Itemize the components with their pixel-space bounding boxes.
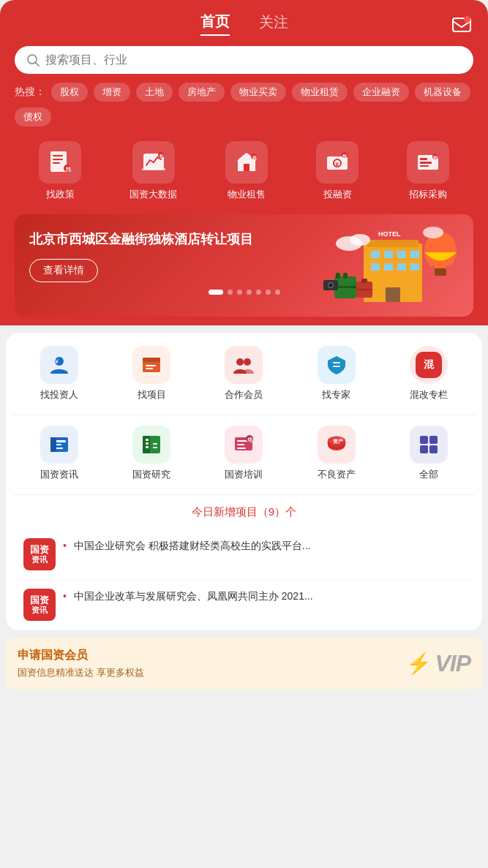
search-input[interactable] [45,53,462,67]
icon-rent[interactable]: 租 物业租售 [225,141,268,201]
icon-policy[interactable]: 找 找政策 [39,141,81,201]
news-item-1[interactable]: 国资 资讯 • 中国企业研究会 积极搭建财经类高校生的实践平台... [13,529,475,580]
search-icon [26,53,40,67]
func-icon-investor: ¥ [40,346,78,384]
svg-rect-62 [146,368,153,369]
vip-right: ⚡ VIP [406,650,470,677]
func-label-all: 全部 [419,468,438,481]
tab-home[interactable]: 首页 [200,12,230,36]
icon-grid: 找 找政策 租 国资大数据 [15,141,473,201]
hot-tag-capital[interactable]: 增资 [94,83,130,102]
func-label-expert: 找专家 [322,388,350,401]
hot-tag-property-trade[interactable]: 物业买卖 [230,83,286,102]
svg-rect-61 [146,365,156,366]
svg-rect-39 [386,287,400,302]
icon-invest[interactable]: ¥ 投 投融资 [316,141,359,201]
app-container: 首页 关注 热搜： 股权 增资 土地 房地产 [0,0,488,868]
func-expert[interactable]: 找专家 [318,346,356,401]
func-all[interactable]: 全部 [410,426,448,481]
hot-label: 热搜： [15,86,45,99]
func-label-training: 国资培训 [225,468,263,481]
vip-subtitle: 国资信息精准送达 享更多权益 [18,666,144,679]
svg-text:资产: 资产 [333,438,344,444]
svg-rect-76 [146,446,149,448]
svg-point-63 [236,358,244,366]
svg-rect-75 [146,442,149,445]
svg-line-3 [36,63,39,66]
news-tag-line1: 国资 [30,544,49,556]
svg-rect-71 [50,437,56,452]
dot-2[interactable] [228,290,233,295]
hot-tag-enterprise[interactable]: 企业融资 [353,83,409,102]
svg-rect-33 [397,251,406,258]
hot-tag-land[interactable]: 土地 [136,83,173,102]
dot-3[interactable] [237,290,242,295]
func-grid-row2: 国资资讯 国资研究 [13,426,475,481]
svg-rect-60 [143,358,160,362]
news-item-2[interactable]: 国资 资讯 • 中国企业改革与发展研究会、凤凰网共同主办 2021... [13,580,475,630]
lightning-icon: ⚡ [406,652,432,676]
dot-6[interactable] [266,290,271,295]
svg-text:租: 租 [159,154,164,158]
svg-text:投: 投 [342,154,348,159]
search-bar[interactable] [15,46,473,74]
icon-bigdata[interactable]: 租 国资大数据 [129,141,177,201]
svg-rect-5 [53,155,63,156]
func-bad-asset[interactable]: 资产 不良资产 [318,426,356,481]
func-grid-row1: ¥ 找投资人 找项目 [13,346,475,401]
hot-tag-realestate[interactable]: 房地产 [179,83,225,102]
banner-detail-button[interactable]: 查看详情 [29,259,98,282]
tab-follow[interactable]: 关注 [259,12,288,35]
svg-rect-78 [153,447,157,448]
hot-tag-equity[interactable]: 股权 [51,83,88,102]
svg-rect-81 [237,444,244,445]
func-icon-news [40,426,78,464]
news-tag2-line1: 国资 [30,595,49,606]
func-project[interactable]: 找项目 [132,346,170,401]
svg-point-46 [423,227,443,238]
vip-left: 申请国资会员 国资信息精准送达 享更多权益 [18,648,144,679]
dot-7[interactable] [275,290,280,295]
svg-rect-48 [336,273,340,279]
svg-rect-14 [244,164,249,171]
vip-title: 申请国资会员 [18,648,144,663]
dot-4[interactable] [247,290,252,295]
banner: 北京市西城区金融街独栋酒店转让项目 查看详情 HOTEL [15,214,473,317]
message-icon[interactable] [450,13,473,37]
hot-tag-equipment[interactable]: 机器设备 [415,83,470,102]
icon-box-bigdata: 租 [132,141,175,184]
func-icon-project [132,346,170,384]
func-investor[interactable]: ¥ 找投资人 [40,346,78,401]
func-training[interactable]: 培 国资培训 [225,426,263,481]
svg-text:HOTEL: HOTEL [378,230,401,238]
func-label-member: 合作会员 [225,388,263,401]
icon-label-bigdata: 国资大数据 [129,188,177,201]
svg-point-53 [329,284,333,287]
dot-5[interactable] [256,290,261,295]
func-label-project: 找项目 [138,388,166,401]
func-icon-research [132,426,170,464]
banner-title: 北京市西城区金融街独栋酒店转让项目 [29,230,266,249]
icon-bid[interactable]: 招 招标采购 [407,141,449,201]
func-mixed[interactable]: 混 混改专栏 [410,346,448,401]
svg-point-2 [28,55,37,64]
svg-rect-65 [333,362,340,363]
hot-tag-debt[interactable]: 债权 [15,107,51,127]
func-label-research: 国资研究 [132,468,170,481]
svg-text:¥: ¥ [336,161,339,167]
func-icon-mixed: 混 [410,346,448,384]
func-news[interactable]: 国资资讯 [40,426,78,481]
hot-tag-property-rent[interactable]: 物业租赁 [292,83,348,102]
func-member[interactable]: 合作会员 [225,346,263,401]
func-label-investor: 找投资人 [40,388,78,401]
svg-rect-49 [343,273,348,279]
banner-illustration: HOTEL [320,222,466,309]
news-tag2-line2: 资讯 [31,605,48,615]
dot-1[interactable] [209,290,223,295]
svg-rect-90 [420,436,428,444]
vip-badge: VIP [435,650,470,677]
vip-banner[interactable]: 申请国资会员 国资信息精准送达 享更多权益 ⚡ VIP [6,638,482,690]
func-research[interactable]: 国资研究 [132,426,170,481]
header-tabs: 首页 关注 [15,12,473,36]
svg-rect-7 [53,162,60,164]
